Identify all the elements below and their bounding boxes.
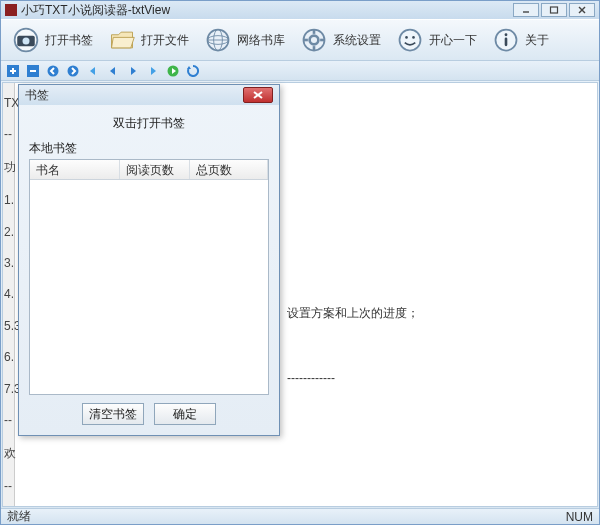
group-label: 本地书签 [29,140,269,157]
dialog-body: 双击打开书签 本地书签 书名 阅读页数 总页数 清空书签 确定 [19,105,279,435]
svg-point-18 [405,36,408,39]
maximize-button[interactable] [541,3,567,17]
svg-rect-1 [551,7,558,13]
mini-prev-button[interactable] [105,63,121,79]
folder-icon [107,25,137,55]
reader-text: 设置方案和上次的进度； [287,304,419,323]
toolbar-label: 打开书签 [45,32,93,49]
mini-refresh-button[interactable] [185,63,201,79]
smiley-icon [395,25,425,55]
titlebar: 小巧TXT小说阅读器-txtView [1,1,599,19]
svg-point-29 [68,65,79,76]
fun-button[interactable]: 开心一下 [389,23,483,57]
about-button[interactable]: 关于 [485,23,555,57]
dialog-titlebar: 书签 [19,85,279,105]
statusbar: 就绪 NUM [1,508,599,524]
toolbar-label: 开心一下 [429,32,477,49]
clear-bookmarks-button[interactable]: 清空书签 [82,403,144,425]
svg-marker-36 [187,66,191,69]
app-icon [5,4,17,16]
svg-point-28 [48,65,59,76]
mini-next-alt-button[interactable] [145,63,161,79]
window-title: 小巧TXT小说阅读器-txtView [21,2,170,19]
mini-minus-button[interactable] [25,63,41,79]
svg-point-21 [505,33,508,36]
status-text: 就绪 [7,508,31,525]
mini-plus-button[interactable] [5,63,21,79]
toolbar-label: 打开文件 [141,32,189,49]
mini-prev-alt-button[interactable] [85,63,101,79]
info-icon [491,25,521,55]
svg-marker-31 [110,67,115,75]
open-file-button[interactable]: 打开文件 [101,23,195,57]
status-num: NUM [566,510,593,524]
col-bookname[interactable]: 书名 [30,160,120,179]
bookmark-list[interactable]: 书名 阅读页数 总页数 [29,159,269,395]
svg-rect-22 [505,37,508,46]
toolbar-label: 网络书库 [237,32,285,49]
reader-divider: ------------ [287,369,335,388]
list-header: 书名 阅读页数 总页数 [30,160,268,180]
mini-toolbar [1,61,599,81]
settings-button[interactable]: 系统设置 [293,23,387,57]
dialog-title-text: 书签 [25,87,49,104]
bookmark-icon [11,25,41,55]
svg-marker-30 [90,67,95,75]
minimize-button[interactable] [513,3,539,17]
line-gutter: TX -- 功 1. 2. 3. 4. 5.3 6. 7.3 -- 欢 -- [3,83,15,506]
ok-button[interactable]: 确定 [154,403,216,425]
dialog-close-button[interactable] [243,87,273,103]
list-body[interactable] [30,180,268,394]
svg-point-19 [412,36,415,39]
col-readpages[interactable]: 阅读页数 [120,160,190,179]
mini-back-button[interactable] [45,63,61,79]
toolbar-label: 系统设置 [333,32,381,49]
bookmark-dialog: 书签 双击打开书签 本地书签 书名 阅读页数 总页数 清空书签 确定 [18,84,280,436]
mini-play-button[interactable] [165,63,181,79]
open-bookmark-button[interactable]: 打开书签 [5,23,99,57]
gear-icon [299,25,329,55]
mini-forward-button[interactable] [65,63,81,79]
toolbar-label: 关于 [525,32,549,49]
svg-point-17 [400,30,421,51]
svg-point-6 [23,37,30,44]
online-library-button[interactable]: 网络书库 [197,23,291,57]
globe-icon [203,25,233,55]
mini-next-button[interactable] [125,63,141,79]
svg-marker-33 [151,67,156,75]
dialog-buttons: 清空书签 确定 [29,395,269,425]
col-totalpages[interactable]: 总页数 [190,160,268,179]
dialog-subtitle: 双击打开书签 [29,111,269,140]
svg-marker-32 [131,67,136,75]
main-toolbar: 打开书签 打开文件 网络书库 系统设置 开心一下 关于 [1,19,599,61]
close-button[interactable] [569,3,595,17]
